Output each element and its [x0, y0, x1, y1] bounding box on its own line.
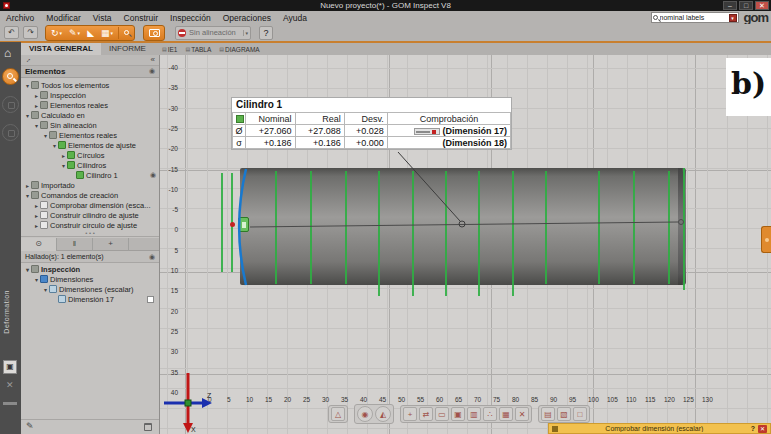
tree-item-11[interactable]: ▾Comandos de creación — [21, 190, 159, 200]
bottom-toolbar-icon[interactable]: + — [403, 407, 417, 421]
collapsed-arrow-icon[interactable]: ▸ — [33, 92, 40, 99]
visibility-eye-icon[interactable]: ◉ — [149, 67, 155, 75]
found-tree-item-3[interactable]: Dimensión 17 — [21, 294, 159, 304]
collapsed-arrow-icon[interactable]: ▸ — [33, 212, 40, 219]
measure-tool-button[interactable]: ◣ — [85, 26, 96, 40]
help-button[interactable]: ? — [259, 26, 273, 40]
section-marker-flag[interactable] — [238, 217, 249, 232]
collapsed-arrow-icon[interactable]: ▸ — [60, 152, 67, 159]
viewtab-tabla[interactable]: ▤TABLA — [185, 46, 211, 53]
tree-item-3[interactable]: ▾Calculado en — [21, 110, 159, 120]
found-tree-item-1[interactable]: ▾Dimensiones — [21, 274, 159, 284]
expanded-arrow-icon[interactable]: ▾ — [60, 162, 67, 169]
search-panel-tab-1[interactable]: ‖ — [57, 238, 93, 251]
search-input[interactable]: nominal labels — [660, 14, 727, 21]
status-help-button[interactable]: ? — [751, 425, 755, 432]
expanded-arrow-icon[interactable]: ▾ — [24, 112, 31, 119]
3d-viewport[interactable]: -40-35-30-25-20-15-10-50510152025303540 … — [160, 55, 771, 434]
snapshot-button[interactable] — [143, 25, 165, 41]
tab-vista-general[interactable]: VISTA GENERAL — [21, 43, 101, 55]
redo-button[interactable]: ↷ — [23, 26, 38, 39]
bottom-toolbar-icon[interactable]: ◉ — [357, 406, 373, 422]
menu-operaciones[interactable]: Operaciones — [217, 13, 277, 23]
found-tree-item-2[interactable]: ▾Dimensiones (escalar) — [21, 284, 159, 294]
expanded-arrow-icon[interactable]: ▾ — [24, 266, 31, 273]
expanded-arrow-icon[interactable]: ▾ — [42, 132, 49, 139]
visibility-eye-icon[interactable]: ◉ — [149, 253, 155, 261]
bottom-toolbar-icon[interactable]: ▤ — [541, 407, 555, 421]
viewtab-diagrama[interactable]: ▤DIAGRAMA — [219, 46, 259, 53]
grid-view-button[interactable]: ▦▾ — [99, 26, 115, 40]
expanded-arrow-icon[interactable]: ▾ — [24, 192, 31, 199]
search-box[interactable]: nominal labels ▾ — [651, 12, 739, 23]
menu-ayuda[interactable]: Ayuda — [277, 13, 313, 23]
home-icon[interactable]: ⌂ — [4, 46, 11, 60]
search-panel-tab-0[interactable]: ⊙ — [21, 238, 57, 251]
bottom-toolbar-icon[interactable]: ◭ — [375, 406, 391, 422]
bottom-toolbar-icon[interactable]: ▧ — [557, 407, 571, 421]
menu-archivo[interactable]: Archivo — [0, 13, 40, 23]
tree-item-14[interactable]: ▸Construir círculo de ajuste — [21, 220, 159, 230]
bottom-toolbar-icon[interactable]: ⇄ — [419, 407, 433, 421]
collapsed-arrow-icon[interactable]: ▸ — [33, 102, 40, 109]
collapsed-arrow-icon[interactable]: ▸ — [24, 182, 31, 189]
menu-inspección[interactable]: Inspección — [164, 13, 217, 23]
status-close-button[interactable]: ✕ — [758, 425, 767, 433]
expanded-arrow-icon[interactable]: ▾ — [24, 82, 31, 89]
trash-icon[interactable] — [144, 423, 152, 431]
expanded-arrow-icon[interactable]: ▾ — [33, 122, 40, 129]
tree-item-12[interactable]: ▸Comprobar dimensión (esca... — [21, 200, 159, 210]
ghost-tool-button-2[interactable] — [2, 124, 19, 141]
bottom-toolbar-icon[interactable]: ▦ — [499, 407, 513, 421]
expanded-arrow-icon[interactable]: ▾ — [33, 276, 40, 283]
tree-item-7[interactable]: ▸Círculos — [21, 150, 159, 160]
tree-item-6[interactable]: ▾Elementos de ajuste — [21, 140, 159, 150]
tree-item-10[interactable]: ▸Importado — [21, 180, 159, 190]
visibility-eye-icon[interactable]: ◉ — [150, 171, 156, 179]
bottom-toolbar-icon[interactable]: △ — [331, 407, 345, 421]
tree-item-4[interactable]: ▾Sin alineación — [21, 120, 159, 130]
strip-close-icon[interactable]: ✕ — [6, 380, 14, 390]
collapse-panel-icon[interactable]: « — [151, 55, 155, 64]
tree-item-13[interactable]: ▸Construir cilindro de ajuste — [21, 210, 159, 220]
bottom-toolbar-icon[interactable]: ▣ — [451, 407, 465, 421]
search-round-button[interactable] — [2, 68, 19, 85]
search-dropdown-button[interactable]: ▾ — [729, 14, 737, 22]
strip-panel-button[interactable]: ▣ — [3, 360, 17, 374]
undo-button[interactable]: ↶ — [4, 26, 19, 39]
edit-creation-button[interactable]: ✎▾ — [67, 26, 82, 40]
menu-modificar[interactable]: Modificar — [40, 13, 86, 23]
tab-informe[interactable]: INFORME — [101, 43, 154, 55]
item-checkbox[interactable] — [147, 296, 154, 303]
found-tree-item-0[interactable]: ▾Inspección — [21, 264, 159, 274]
expand-icon[interactable]: ↔ — [23, 55, 33, 65]
bottom-toolbar-icon[interactable]: ▭ — [435, 407, 449, 421]
panel-splitter[interactable]: • • • — [21, 231, 159, 237]
edit-icon[interactable]: ✎ — [26, 421, 34, 431]
tree-item-8[interactable]: ▾Cilindros — [21, 160, 159, 170]
bottom-toolbar-icon[interactable]: ✕ — [515, 407, 529, 421]
bottom-toolbar-icon[interactable]: ▥ — [467, 407, 481, 421]
close-button[interactable]: ✕ — [755, 1, 769, 10]
tree-item-9[interactable]: Cilindro 1◉ — [21, 170, 159, 180]
tree-item-2[interactable]: ▸Elementos reales — [21, 100, 159, 110]
annotation-table-cilindro-1[interactable]: Cilindro 1 Nominal Real Desv. Comprobaci… — [231, 97, 512, 150]
viewtab-ie1[interactable]: ▤IE1 — [162, 46, 178, 53]
expanded-arrow-icon[interactable]: ▾ — [51, 142, 58, 149]
search-panel-tab-2[interactable]: + — [93, 238, 129, 251]
minimize-button[interactable]: – — [723, 1, 737, 10]
tree-item-1[interactable]: ▸Inspección — [21, 90, 159, 100]
menu-vista[interactable]: Vista — [87, 13, 118, 23]
bottom-toolbar-icon[interactable]: □ — [573, 407, 587, 421]
restore-button[interactable]: □ — [739, 1, 753, 10]
collapsed-arrow-icon[interactable]: ▸ — [33, 222, 40, 229]
alignment-dropdown[interactable]: Sin alineación ▾ — [175, 26, 251, 40]
collapsed-arrow-icon[interactable]: ▸ — [33, 202, 40, 209]
bottom-toolbar-icon[interactable]: ∴ — [483, 407, 497, 421]
rotate-view-button[interactable]: ↻▾ — [49, 26, 64, 40]
tree-item-0[interactable]: ▾Todos los elementos — [21, 80, 159, 90]
cylinder-mesh[interactable] — [240, 168, 686, 285]
tree-item-5[interactable]: ▾Elementos reales — [21, 130, 159, 140]
right-panel-handle[interactable] — [761, 226, 771, 253]
zoom-tool-button[interactable] — [122, 26, 131, 40]
